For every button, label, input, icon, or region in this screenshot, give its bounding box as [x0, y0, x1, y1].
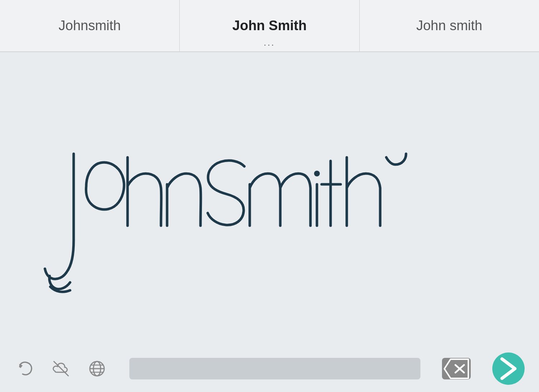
cloud-off-icon [52, 360, 70, 378]
tab-label: Johnsmith [59, 18, 121, 33]
next-icon [492, 352, 525, 385]
text-input-bar[interactable] [129, 358, 420, 379]
bottom-toolbar [0, 345, 539, 392]
tab-label: John Smith [232, 18, 307, 33]
backspace-icon [442, 357, 471, 381]
delete-button[interactable] [442, 358, 471, 379]
signature-svg [0, 52, 539, 345]
undo-icon [16, 360, 34, 378]
tab-john-smith[interactable]: John Smith [180, 0, 359, 51]
tab-john-smith-lower[interactable]: John smith [360, 0, 539, 51]
tab-johnsmith[interactable]: Johnsmith [0, 0, 180, 51]
language-button[interactable] [86, 358, 108, 379]
next-button[interactable] [492, 352, 525, 385]
globe-icon [88, 360, 106, 378]
signature-canvas[interactable] [0, 52, 539, 345]
cloud-off-button[interactable] [50, 358, 72, 379]
tab-label: John smith [416, 18, 482, 33]
app-container: Johnsmith John Smith John smith [0, 0, 539, 392]
tab-bar: Johnsmith John Smith John smith [0, 0, 539, 52]
svg-point-0 [314, 171, 320, 176]
undo-button[interactable] [14, 358, 36, 379]
